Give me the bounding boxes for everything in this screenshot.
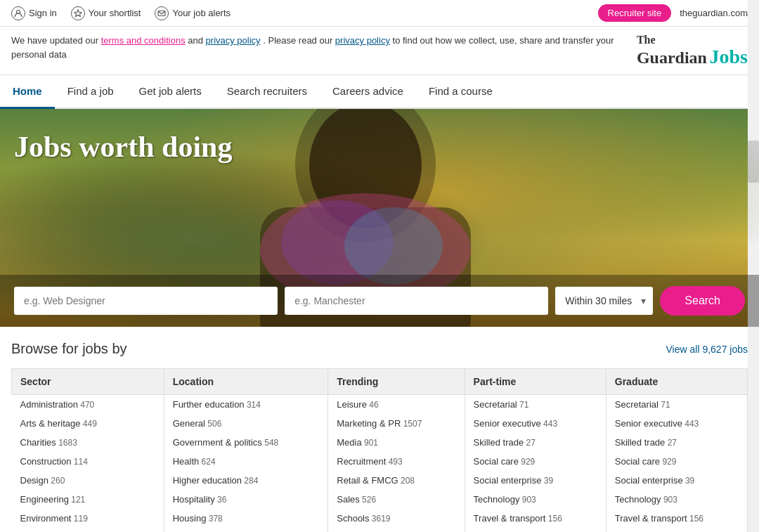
envelope-icon	[155, 6, 169, 20]
shortlist-item[interactable]: Your shortlist	[71, 6, 141, 20]
search-button[interactable]: Search	[660, 286, 745, 316]
nav-job-alerts[interactable]: Get job alerts	[126, 75, 214, 109]
job-count: 470	[78, 400, 94, 410]
job-category-link[interactable]: Sales	[337, 494, 360, 505]
svg-marker-1	[74, 10, 82, 17]
job-category-link[interactable]: Social enterprise	[474, 475, 542, 486]
job-category-link[interactable]: Engineering	[20, 494, 69, 505]
job-count: 36	[215, 495, 227, 505]
job-count: 929	[519, 457, 535, 467]
job-category-link[interactable]: Further education	[173, 399, 245, 410]
job-category-link[interactable]: Secretarial	[474, 399, 517, 410]
job-category-link[interactable]: Technology	[615, 494, 661, 505]
job-category-link[interactable]: Retail & FMCG	[337, 475, 398, 486]
hero-section: Jobs worth doing Within 30 miles Within …	[0, 109, 759, 327]
job-category-link[interactable]: Social care	[474, 456, 519, 467]
job-count: 71	[517, 400, 529, 410]
top-bar-left: Sign in Your shortlist Your job alerts	[11, 6, 598, 20]
job-count: 929	[660, 457, 676, 467]
job-category-link[interactable]: Charities	[20, 437, 56, 448]
distance-select[interactable]: Within 30 miles Within 5 miles Within 10…	[555, 287, 653, 315]
job-count: 526	[360, 495, 376, 505]
job-category-link[interactable]: Construction	[20, 456, 72, 467]
browse-header: Browse for jobs by View all 9,627 jobs	[11, 341, 748, 357]
search-bar: Within 30 miles Within 5 miles Within 10…	[0, 275, 759, 327]
job-category-link[interactable]: Travel & transport	[615, 513, 687, 524]
job-count: 506	[205, 419, 221, 429]
nav-find-job[interactable]: Find a job	[55, 75, 126, 109]
jobalerts-item[interactable]: Your job alerts	[155, 6, 231, 20]
job-search-input[interactable]	[14, 287, 278, 315]
job-category-link[interactable]: Higher education	[173, 475, 242, 486]
browse-title: Browse for jobs by	[11, 341, 127, 357]
view-all-link[interactable]: View all 9,627 jobs	[666, 344, 748, 355]
guardian-link[interactable]: theguardian.com	[680, 8, 748, 18]
job-count: 284	[242, 476, 258, 486]
job-category-link[interactable]: Health	[173, 456, 200, 467]
job-category-link[interactable]: Design	[20, 475, 48, 486]
job-category-link[interactable]: Housing	[173, 513, 207, 524]
privacy-policy-link-1[interactable]: privacy policy	[206, 35, 261, 46]
notice-and: and	[188, 35, 205, 46]
job-count: 46	[367, 400, 379, 410]
job-category-link[interactable]: Skilled trade	[615, 437, 666, 448]
nav-careers-advice[interactable]: Careers advice	[320, 75, 416, 109]
browse-section: Browse for jobs by View all 9,627 jobs S…	[0, 327, 759, 532]
user-icon	[11, 6, 25, 20]
job-count: 260	[48, 476, 65, 486]
job-category-link[interactable]: Social care	[615, 456, 660, 467]
job-count: 443	[682, 419, 699, 429]
recruiter-site-button[interactable]: Recruiter site	[598, 4, 672, 22]
job-count: 27	[524, 438, 536, 448]
table-row: Construction 114Health 624Recruitment 49…	[12, 452, 748, 471]
job-count: 156	[687, 514, 703, 524]
table-row: Administration 470Further education 314L…	[12, 395, 748, 415]
job-category-link[interactable]: Recruitment	[337, 456, 386, 467]
job-count: 156	[545, 514, 562, 524]
job-category-link[interactable]: Media	[337, 437, 361, 448]
job-category-link[interactable]: General	[173, 418, 205, 429]
logo-jobs: Jobs	[710, 46, 748, 67]
logo-guardian: Guardian	[637, 48, 707, 67]
terms-conditions-link[interactable]: terms and conditions	[101, 35, 186, 46]
svg-point-10	[344, 207, 443, 285]
job-count: 901	[362, 438, 378, 448]
job-count: 443	[541, 419, 557, 429]
logo-the: The	[637, 34, 656, 46]
job-category-link[interactable]: Senior executive	[615, 418, 682, 429]
job-count: 378	[206, 514, 222, 524]
job-category-link[interactable]: Arts & heritage	[20, 418, 81, 429]
job-category-link[interactable]: Hospitality	[173, 494, 215, 505]
job-count: 1683	[56, 438, 77, 448]
nav-find-course[interactable]: Find a course	[416, 75, 505, 109]
job-count: 71	[659, 400, 670, 410]
star-icon	[71, 6, 85, 20]
notice-text: We have updated our terms and conditions…	[11, 34, 623, 61]
job-category-link[interactable]: Schools	[337, 513, 369, 524]
job-count: 314	[245, 400, 261, 410]
job-count: 624	[199, 457, 215, 467]
job-category-link[interactable]: Environment	[20, 513, 72, 524]
job-category-link[interactable]: Secretarial	[615, 399, 659, 410]
col-header-graduate: Graduate	[606, 369, 747, 395]
nav-home[interactable]: Home	[0, 75, 55, 109]
top-bar: Sign in Your shortlist Your job alerts R…	[0, 0, 759, 27]
job-count: 493	[386, 457, 402, 467]
jobalerts-label: Your job alerts	[172, 8, 231, 18]
job-category-link[interactable]: Marketing & PR	[337, 418, 401, 429]
main-nav: Home Find a job Get job alerts Search re…	[0, 75, 759, 109]
job-category-link[interactable]: Senior executive	[474, 418, 541, 429]
job-category-link[interactable]: Leisure	[337, 399, 367, 410]
job-category-link[interactable]: Travel & transport	[474, 513, 546, 524]
job-count: 121	[69, 495, 85, 505]
job-category-link[interactable]: Technology	[474, 494, 520, 505]
signin-item[interactable]: Sign in	[11, 6, 57, 20]
job-category-link[interactable]: Social enterprise	[615, 475, 683, 486]
privacy-policy-link-2[interactable]: privacy policy	[335, 35, 390, 46]
job-category-link[interactable]: Skilled trade	[474, 437, 524, 448]
job-category-link[interactable]: Government & politics	[173, 437, 262, 448]
location-search-input[interactable]	[285, 287, 548, 315]
guardian-logo[interactable]: The Guardian Jobs	[637, 34, 748, 67]
job-category-link[interactable]: Administration	[20, 399, 78, 410]
nav-search-recruiters[interactable]: Search recruiters	[214, 75, 320, 109]
